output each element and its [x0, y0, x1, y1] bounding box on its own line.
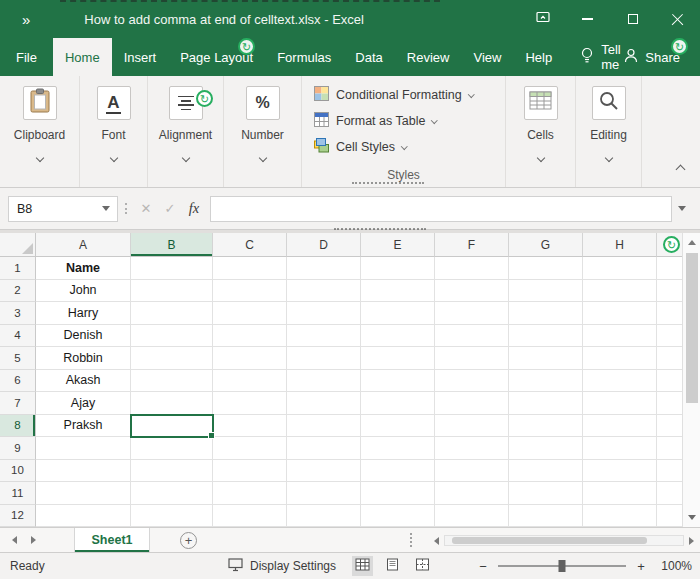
formula-bar-resize-handle[interactable]: [118, 196, 134, 222]
cell-C12[interactable]: [213, 505, 287, 528]
column-header-G[interactable]: G: [509, 233, 583, 257]
cell-G12[interactable]: [509, 505, 583, 528]
cell-E5[interactable]: [361, 347, 435, 370]
cell-C6[interactable]: [213, 370, 287, 393]
cell-C4[interactable]: [213, 325, 287, 348]
cell-C8[interactable]: [213, 415, 287, 438]
cell-E8[interactable]: [361, 415, 435, 438]
editing-button[interactable]: [592, 86, 626, 120]
scroll-right-icon[interactable]: [689, 537, 694, 545]
cell-D10[interactable]: [287, 460, 361, 483]
cell-G2[interactable]: [509, 280, 583, 303]
row-header-6[interactable]: 6: [0, 370, 36, 393]
cell-H7[interactable]: [583, 392, 657, 415]
cell-B9[interactable]: [131, 437, 213, 460]
cell-F10[interactable]: [435, 460, 509, 483]
tab-view[interactable]: View: [461, 38, 513, 76]
cell-E3[interactable]: [361, 302, 435, 325]
cell-E11[interactable]: [361, 482, 435, 505]
cell-G6[interactable]: [509, 370, 583, 393]
cell-F11[interactable]: [435, 482, 509, 505]
zoom-slider-thumb[interactable]: [559, 560, 566, 572]
cell-D7[interactable]: [287, 392, 361, 415]
cell-styles-button[interactable]: Cell Styles: [314, 136, 505, 157]
cell-G9[interactable]: [509, 437, 583, 460]
cell-G7[interactable]: [509, 392, 583, 415]
cell-B12[interactable]: [131, 505, 213, 528]
cell-A5[interactable]: Robbin: [36, 347, 131, 370]
zoom-level[interactable]: 100%: [656, 559, 692, 573]
cell-E10[interactable]: [361, 460, 435, 483]
cell-D3[interactable]: [287, 302, 361, 325]
zoom-slider[interactable]: [498, 565, 626, 567]
row-header-8[interactable]: 8: [0, 415, 36, 438]
column-header-B[interactable]: B: [131, 233, 213, 257]
normal-view-button[interactable]: [352, 556, 373, 576]
cell-F4[interactable]: [435, 325, 509, 348]
cell-A7[interactable]: Ajay: [36, 392, 131, 415]
cell-C11[interactable]: [213, 482, 287, 505]
cell-G4[interactable]: [509, 325, 583, 348]
cell-D4[interactable]: [287, 325, 361, 348]
cell-D11[interactable]: [287, 482, 361, 505]
page-break-view-button[interactable]: [412, 556, 433, 576]
cell-H10[interactable]: [583, 460, 657, 483]
row-header-3[interactable]: 3: [0, 302, 36, 325]
cell-A6[interactable]: Akash: [36, 370, 131, 393]
cell-C3[interactable]: [213, 302, 287, 325]
cell-E6[interactable]: [361, 370, 435, 393]
maximize-button[interactable]: [610, 0, 655, 38]
name-box[interactable]: B8: [8, 196, 118, 222]
tab-insert[interactable]: Insert: [112, 38, 169, 76]
cell-A10[interactable]: [36, 460, 131, 483]
cell-A12[interactable]: [36, 505, 131, 528]
alignment-dropdown-icon[interactable]: [183, 147, 189, 165]
formula-bar-input[interactable]: [210, 196, 672, 222]
cell-F3[interactable]: [435, 302, 509, 325]
tab-help[interactable]: Help: [513, 38, 564, 76]
tab-review[interactable]: Review: [395, 38, 462, 76]
cell-F6[interactable]: [435, 370, 509, 393]
row-header-1[interactable]: 1: [0, 257, 36, 280]
cell-G1[interactable]: [509, 257, 583, 280]
cell-B6[interactable]: [131, 370, 213, 393]
quick-access-toolbar-overflow[interactable]: »: [22, 11, 32, 28]
clipboard-dropdown-icon[interactable]: [37, 147, 43, 165]
cell-B5[interactable]: [131, 347, 213, 370]
row-header-11[interactable]: 11: [0, 482, 36, 505]
column-header-H[interactable]: H: [583, 233, 657, 257]
column-header-A[interactable]: A: [36, 233, 131, 257]
number-button[interactable]: %: [246, 86, 280, 120]
conditional-formatting-button[interactable]: Conditional Formatting: [314, 84, 505, 105]
cell-G8[interactable]: [509, 415, 583, 438]
cell-G3[interactable]: [509, 302, 583, 325]
sheet-nav-left-icon[interactable]: [12, 536, 17, 544]
cell-E12[interactable]: [361, 505, 435, 528]
cell-C1[interactable]: [213, 257, 287, 280]
cell-B3[interactable]: [131, 302, 213, 325]
row-header-9[interactable]: 9: [0, 437, 36, 460]
horizontal-scrollbar-track[interactable]: [444, 535, 684, 546]
cell-C9[interactable]: [213, 437, 287, 460]
cell-B10[interactable]: [131, 460, 213, 483]
format-as-table-button[interactable]: Format as Table: [314, 110, 505, 131]
vertical-scrollbar-thumb[interactable]: [686, 253, 698, 403]
cell-H11[interactable]: [583, 482, 657, 505]
insert-function-icon[interactable]: fx: [182, 196, 206, 222]
row-header-2[interactable]: 2: [0, 280, 36, 303]
vertical-scrollbar[interactable]: [682, 233, 700, 527]
column-header-F[interactable]: F: [435, 233, 509, 257]
cell-H2[interactable]: [583, 280, 657, 303]
cell-D1[interactable]: [287, 257, 361, 280]
cell-C2[interactable]: [213, 280, 287, 303]
cell-H8[interactable]: [583, 415, 657, 438]
cell-D8[interactable]: [287, 415, 361, 438]
cell-A8[interactable]: Praksh: [36, 415, 131, 438]
cell-A11[interactable]: [36, 482, 131, 505]
add-sheet-button[interactable]: +: [180, 532, 197, 549]
font-button[interactable]: A: [97, 86, 131, 120]
cell-E4[interactable]: [361, 325, 435, 348]
number-dropdown-icon[interactable]: [260, 147, 266, 165]
close-button[interactable]: [655, 0, 700, 38]
cell-H9[interactable]: [583, 437, 657, 460]
